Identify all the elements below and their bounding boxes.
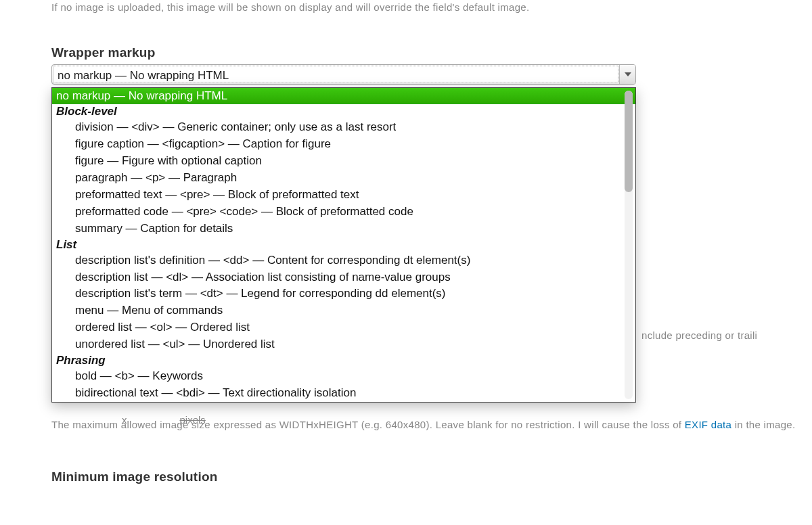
- dropdown-option[interactable]: description list — <dl> — Association li…: [52, 269, 635, 286]
- dropdown-option[interactable]: paragraph — <p> — Paragraph: [52, 170, 635, 187]
- dropdown-option[interactable]: figure — Figure with optional caption: [52, 153, 635, 170]
- scrollbar-track[interactable]: [625, 91, 633, 399]
- default-image-help-text: If no image is uploaded, this image will…: [51, 0, 812, 13]
- dropdown-optgroup: Block-level: [52, 104, 635, 119]
- dropdown-option[interactable]: unordered list — <ul> — Unordered list: [52, 336, 635, 353]
- dropdown-option[interactable]: description list's term — <dt> — Legend …: [52, 286, 635, 302]
- dropdown-option[interactable]: summary — Caption for details: [52, 221, 635, 237]
- dropdown-option-selected[interactable]: no markup — No wrapping HTML: [52, 88, 635, 104]
- dropdown-option[interactable]: menu — Menu of commands: [52, 302, 635, 319]
- dropdown-option[interactable]: preformatted text — <pre> — Block of pre…: [52, 187, 635, 204]
- minimum-image-resolution-label: Minimum image resolution: [51, 470, 812, 484]
- wrapper-markup-selected-value: no markup — No wrapping HTML: [53, 66, 618, 83]
- chevron-down-icon: [619, 65, 635, 84]
- dropdown-option[interactable]: preformatted code — <pre> <code> — Block…: [52, 204, 635, 221]
- scrollbar-thumb[interactable]: [625, 91, 633, 192]
- obscured-help-fragment: nclude preceding or traili: [641, 329, 757, 341]
- dropdown-option[interactable]: description list's definition — <dd> — C…: [52, 252, 635, 269]
- exif-data-link[interactable]: EXIF data: [685, 419, 731, 430]
- dropdown-option[interactable]: figure caption — <figcaption> — Caption …: [52, 136, 635, 153]
- dropdown-optgroup: Phrasing: [52, 353, 635, 368]
- wrapper-markup-label: Wrapper markup: [51, 45, 812, 60]
- dropdown-option[interactable]: division — <div> — Generic container; on…: [52, 119, 635, 136]
- dropdown-option[interactable]: bold — <b> — Keywords: [52, 368, 635, 385]
- obscured-pixels-label: xpixels: [122, 414, 206, 426]
- dropdown-option[interactable]: bidirectional text — <bdi> — Text direct…: [52, 385, 635, 402]
- wrapper-markup-select[interactable]: no markup — No wrapping HTML: [51, 64, 636, 85]
- wrapper-markup-dropdown[interactable]: no markup — No wrapping HTML Block-level…: [51, 87, 636, 403]
- dropdown-optgroup: List: [52, 237, 635, 252]
- dropdown-option[interactable]: ordered list — <ol> — Ordered list: [52, 319, 635, 336]
